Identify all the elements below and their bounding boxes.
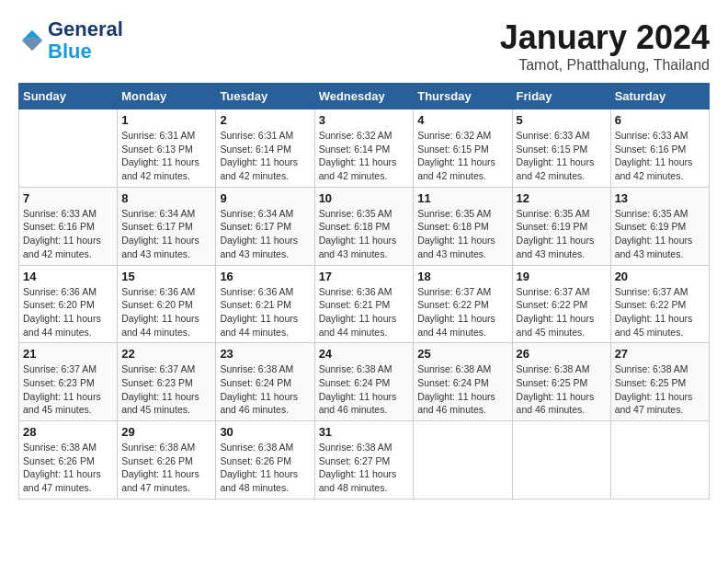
day-number: 24 [319,347,410,361]
calendar-cell: 26Sunrise: 6:38 AMSunset: 6:25 PMDayligh… [512,343,610,421]
month-title: January 2024 [500,18,710,57]
day-number: 28 [23,425,113,439]
day-number: 3 [319,113,410,127]
day-info: Sunrise: 6:32 AMSunset: 6:14 PMDaylight:… [319,129,410,183]
day-info: Sunrise: 6:37 AMSunset: 6:23 PMDaylight:… [121,362,211,417]
calendar-cell: 8Sunrise: 6:34 AMSunset: 6:17 PMDaylight… [118,187,216,265]
calendar-cell: 25Sunrise: 6:38 AMSunset: 6:24 PMDayligh… [414,343,512,421]
calendar-cell: 2Sunrise: 6:31 AMSunset: 6:14 PMDaylight… [216,109,314,188]
calendar-cell: 6Sunrise: 6:33 AMSunset: 6:16 PMDaylight… [610,109,709,188]
day-number: 12 [517,191,607,205]
weekday-header-friday: Friday [512,84,610,109]
calendar-cell: 3Sunrise: 6:32 AMSunset: 6:14 PMDaylight… [314,109,414,188]
day-info: Sunrise: 6:37 AMSunset: 6:22 PMDaylight:… [615,285,705,339]
calendar-week-4: 21Sunrise: 6:37 AMSunset: 6:23 PMDayligh… [19,343,710,421]
calendar-cell: 4Sunrise: 6:32 AMSunset: 6:15 PMDaylight… [414,109,512,188]
logo-line2: Blue [48,40,123,63]
day-info: Sunrise: 6:35 AMSunset: 6:18 PMDaylight:… [319,207,410,261]
day-number: 16 [220,270,310,283]
day-number: 27 [615,347,705,361]
day-info: Sunrise: 6:31 AMSunset: 6:14 PMDaylight:… [220,129,310,183]
day-info: Sunrise: 6:34 AMSunset: 6:17 PMDaylight:… [220,207,310,261]
day-info: Sunrise: 6:33 AMSunset: 6:16 PMDaylight:… [615,129,705,183]
logo-icon [18,27,46,54]
day-number: 17 [319,270,410,283]
day-number: 7 [23,191,113,205]
calendar-week-1: 1Sunrise: 6:31 AMSunset: 6:13 PMDaylight… [19,109,710,188]
day-number: 11 [417,191,507,205]
weekday-header-tuesday: Tuesday [216,84,314,109]
day-info: Sunrise: 6:38 AMSunset: 6:25 PMDaylight:… [615,362,705,417]
page-header: General Blue January 2024 Tamot, Phattha… [18,18,710,74]
day-number: 13 [615,191,705,205]
day-number: 20 [615,270,705,283]
day-info: Sunrise: 6:38 AMSunset: 6:24 PMDaylight:… [417,362,507,417]
calendar-cell: 24Sunrise: 6:38 AMSunset: 6:24 PMDayligh… [314,343,414,421]
calendar-cell: 14Sunrise: 6:36 AMSunset: 6:20 PMDayligh… [19,265,118,343]
day-info: Sunrise: 6:35 AMSunset: 6:19 PMDaylight:… [615,207,705,261]
calendar-table: SundayMondayTuesdayWednesdayThursdayFrid… [18,83,710,500]
location-title: Tamot, Phatthalung, Thailand [500,57,710,74]
day-number: 14 [23,270,113,283]
day-number: 19 [517,270,607,283]
calendar-cell: 30Sunrise: 6:38 AMSunset: 6:26 PMDayligh… [216,421,314,500]
title-block: January 2024 Tamot, Phatthalung, Thailan… [500,18,710,74]
calendar-week-2: 7Sunrise: 6:33 AMSunset: 6:16 PMDaylight… [19,187,710,265]
logo-line1: General [48,18,123,40]
calendar-cell: 10Sunrise: 6:35 AMSunset: 6:18 PMDayligh… [314,187,414,265]
day-info: Sunrise: 6:38 AMSunset: 6:27 PMDaylight:… [319,441,410,495]
day-info: Sunrise: 6:37 AMSunset: 6:22 PMDaylight:… [517,285,607,339]
calendar-cell: 20Sunrise: 6:37 AMSunset: 6:22 PMDayligh… [610,265,709,343]
day-number: 22 [121,347,211,361]
day-info: Sunrise: 6:38 AMSunset: 6:26 PMDaylight:… [121,441,211,495]
day-info: Sunrise: 6:37 AMSunset: 6:23 PMDaylight:… [23,362,113,417]
calendar-cell: 13Sunrise: 6:35 AMSunset: 6:19 PMDayligh… [610,187,709,265]
calendar-cell: 21Sunrise: 6:37 AMSunset: 6:23 PMDayligh… [19,343,118,421]
day-number: 31 [319,425,410,439]
calendar-week-5: 28Sunrise: 6:38 AMSunset: 6:26 PMDayligh… [19,421,710,500]
day-number: 26 [517,347,607,361]
day-info: Sunrise: 6:36 AMSunset: 6:20 PMDaylight:… [121,285,211,339]
day-info: Sunrise: 6:35 AMSunset: 6:18 PMDaylight:… [417,207,507,261]
calendar-cell: 9Sunrise: 6:34 AMSunset: 6:17 PMDaylight… [216,187,314,265]
calendar-cell [512,421,610,500]
calendar-cell: 29Sunrise: 6:38 AMSunset: 6:26 PMDayligh… [118,421,216,500]
day-info: Sunrise: 6:37 AMSunset: 6:22 PMDaylight:… [417,285,507,339]
calendar-cell [19,109,118,188]
weekday-header-saturday: Saturday [610,84,709,109]
day-number: 1 [121,113,211,127]
day-number: 18 [417,270,507,283]
calendar-cell: 15Sunrise: 6:36 AMSunset: 6:20 PMDayligh… [118,265,216,343]
day-number: 5 [517,113,607,127]
day-number: 15 [121,270,211,283]
day-info: Sunrise: 6:36 AMSunset: 6:21 PMDaylight:… [319,285,410,339]
calendar-cell [610,421,709,500]
calendar-cell: 11Sunrise: 6:35 AMSunset: 6:18 PMDayligh… [414,187,512,265]
day-number: 21 [23,347,113,361]
day-info: Sunrise: 6:35 AMSunset: 6:19 PMDaylight:… [517,207,607,261]
calendar-cell: 7Sunrise: 6:33 AMSunset: 6:16 PMDaylight… [19,187,118,265]
calendar-cell: 22Sunrise: 6:37 AMSunset: 6:23 PMDayligh… [118,343,216,421]
calendar-cell: 5Sunrise: 6:33 AMSunset: 6:15 PMDaylight… [512,109,610,188]
weekday-header-thursday: Thursday [414,84,512,109]
weekday-header-sunday: Sunday [19,84,118,109]
day-number: 6 [615,113,705,127]
day-info: Sunrise: 6:38 AMSunset: 6:26 PMDaylight:… [220,441,310,495]
day-number: 29 [121,425,211,439]
calendar-cell: 18Sunrise: 6:37 AMSunset: 6:22 PMDayligh… [414,265,512,343]
day-info: Sunrise: 6:31 AMSunset: 6:13 PMDaylight:… [121,129,211,183]
day-number: 30 [220,425,310,439]
calendar-cell: 28Sunrise: 6:38 AMSunset: 6:26 PMDayligh… [19,421,118,500]
day-info: Sunrise: 6:36 AMSunset: 6:21 PMDaylight:… [220,285,310,339]
calendar-cell: 31Sunrise: 6:38 AMSunset: 6:27 PMDayligh… [314,421,414,500]
day-number: 10 [319,191,410,205]
calendar-cell: 12Sunrise: 6:35 AMSunset: 6:19 PMDayligh… [512,187,610,265]
calendar-cell [414,421,512,500]
day-info: Sunrise: 6:33 AMSunset: 6:15 PMDaylight:… [517,129,607,183]
day-info: Sunrise: 6:38 AMSunset: 6:24 PMDaylight:… [220,362,310,417]
calendar-cell: 27Sunrise: 6:38 AMSunset: 6:25 PMDayligh… [610,343,709,421]
day-number: 9 [220,191,310,205]
day-info: Sunrise: 6:38 AMSunset: 6:24 PMDaylight:… [319,362,410,417]
calendar-cell: 1Sunrise: 6:31 AMSunset: 6:13 PMDaylight… [118,109,216,188]
calendar-cell: 17Sunrise: 6:36 AMSunset: 6:21 PMDayligh… [314,265,414,343]
